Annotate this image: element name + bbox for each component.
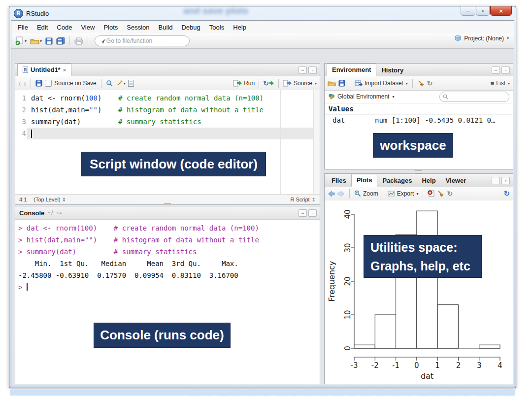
close-button[interactable]: ×	[490, 6, 512, 16]
code-line	[31, 128, 313, 139]
refresh-icon[interactable]: ↻	[447, 190, 453, 198]
save-icon[interactable]	[338, 80, 345, 87]
panel-minimize-button[interactable]: –	[492, 177, 500, 184]
minimize-button[interactable]: –	[461, 6, 475, 16]
search-icon[interactable]	[106, 80, 113, 87]
panel-maximize-button[interactable]: ▫	[308, 66, 317, 74]
open-in-window-icon[interactable]: ↪	[57, 209, 62, 217]
source-button[interactable]: Source	[283, 80, 312, 87]
menu-build[interactable]: Build	[154, 24, 177, 31]
annotation-utilities: Utilities space: Graphs, help, etc	[364, 235, 482, 278]
environment-toolbar: Import Dataset ▾ ↻ ≡ List ▾	[325, 76, 513, 91]
goto-file-input[interactable]	[105, 37, 185, 45]
dropdown-caret: ▾	[507, 36, 509, 40]
project-cube-icon	[454, 34, 462, 42]
open-folder-icon[interactable]	[328, 80, 336, 87]
svg-text:3: 3	[477, 361, 482, 370]
splitter-handle[interactable]	[415, 170, 422, 173]
menu-help[interactable]: Help	[229, 24, 251, 31]
splitter-handle[interactable]	[164, 203, 171, 206]
sync-icon[interactable]: ↻	[503, 189, 510, 198]
source-statusbar: 4:1 (Top Level) ⇕ R Script ⇕	[15, 194, 320, 204]
panel-maximize-button[interactable]: ▫	[501, 177, 510, 184]
menu-plots[interactable]: Plots	[99, 24, 122, 31]
menu-view[interactable]: View	[76, 24, 99, 31]
tab-help[interactable]: Help	[417, 175, 440, 187]
previous-plot-icon[interactable]	[328, 191, 335, 197]
plot-display-area: 010203040Frequency-3-2-101234dat	[325, 200, 513, 384]
tab-history[interactable]: History	[376, 65, 408, 76]
svg-text:0: 0	[414, 361, 419, 370]
environment-object-row[interactable]: datnum [1:100] -0.5435 0.0121 0…	[325, 114, 513, 126]
tab-environment[interactable]: Environment	[327, 64, 376, 76]
toolbar-separator	[31, 79, 31, 88]
console-line: >	[18, 281, 320, 293]
menu-debug[interactable]: Debug	[177, 24, 204, 31]
project-selector[interactable]: Project: (None) ▾	[454, 34, 509, 42]
back-icon[interactable]: ‹	[18, 79, 21, 88]
environment-search[interactable]	[439, 92, 509, 102]
import-dataset-button[interactable]: Import Dataset ▾	[355, 80, 408, 87]
menu-file[interactable]: File	[13, 24, 33, 31]
svg-text:0: 0	[343, 346, 352, 351]
tab-untitled1[interactable]: R Untitled1* ×	[17, 64, 71, 76]
tab-close-icon[interactable]: ×	[63, 67, 66, 73]
working-directory: ~/	[48, 209, 53, 216]
save-icon[interactable]	[35, 80, 42, 87]
run-button[interactable]: Run	[233, 80, 255, 87]
clear-plots-broom-icon[interactable]	[437, 190, 444, 197]
rerun-button[interactable]: ↻	[263, 79, 274, 87]
updown-icon: ⇕	[62, 197, 66, 202]
scope-selector[interactable]: (Top Level) ⇕	[33, 197, 66, 202]
goto-file-search[interactable]	[95, 35, 190, 46]
console-title: Console	[19, 209, 44, 217]
code-editor[interactable]: 1234 dat <- rnorm(100) # create random n…	[15, 90, 320, 195]
dropdown-caret[interactable]: ▾	[392, 95, 394, 99]
zoom-button[interactable]: Zoom	[354, 190, 378, 197]
export-button[interactable]: Export ▾	[388, 190, 419, 197]
save-all-button[interactable]	[55, 35, 66, 47]
dropdown-caret: ▾	[124, 81, 126, 86]
restore-button[interactable]: ▫	[476, 6, 490, 16]
save-icon	[45, 37, 53, 45]
editor-scrollbar[interactable]	[313, 90, 320, 195]
window-title: RStudio	[26, 10, 49, 17]
tab-plots[interactable]: Plots	[351, 174, 378, 187]
refresh-icon[interactable]: ↻	[427, 79, 433, 87]
print-button[interactable]	[73, 35, 84, 47]
menu-tools[interactable]: Tools	[205, 24, 229, 31]
dropdown-caret[interactable]: ▾	[315, 81, 317, 86]
clear-broom-icon[interactable]	[417, 80, 425, 87]
compile-notebook-icon[interactable]	[128, 80, 134, 87]
forward-icon[interactable]: ›	[24, 79, 27, 88]
new-file-button[interactable]: ▾	[14, 35, 28, 47]
doc-type-selector[interactable]: R Script ⇕	[290, 197, 316, 202]
code-tools-button[interactable]: ▾	[116, 80, 126, 87]
save-button[interactable]	[44, 35, 54, 47]
console-line: Min. 1st Qu. Median Mean 3rd Qu. Max.	[18, 258, 320, 269]
panel-minimize-button[interactable]: –	[492, 66, 500, 74]
r-document-icon: R	[23, 66, 28, 73]
tab-packages[interactable]: Packages	[377, 175, 417, 187]
import-dataset-icon	[355, 80, 363, 87]
panel-maximize-button[interactable]: ▫	[308, 209, 317, 217]
source-on-save-checkbox[interactable]	[45, 80, 52, 87]
menu-code[interactable]: Code	[52, 24, 76, 31]
tab-files[interactable]: Files	[327, 175, 351, 187]
list-view-selector[interactable]: ≡ List ▾	[491, 80, 510, 87]
panel-minimize-button[interactable]: –	[299, 66, 307, 74]
next-plot-icon[interactable]	[337, 191, 345, 197]
run-icon	[233, 80, 242, 87]
scope-label[interactable]: Global Environment	[337, 93, 389, 100]
panel-maximize-button[interactable]: ▫	[501, 66, 510, 74]
panel-minimize-button[interactable]: –	[299, 209, 307, 217]
remove-plot-icon[interactable]	[428, 190, 434, 197]
tab-viewer[interactable]: Viewer	[441, 175, 471, 187]
console-body[interactable]: > dat <- rnorm(100) # create random norm…	[15, 219, 320, 384]
screenshot-root: { "glyphs":{"caret":"▾","updown":"⇕","cl…	[0, 0, 532, 399]
rstudio-window: R RStudio – ▫ × FileEditCodeViewPlotsSes…	[9, 6, 516, 388]
open-file-button[interactable]: ▾	[29, 35, 43, 47]
menu-edit[interactable]: Edit	[33, 24, 52, 31]
annotation-console: Console (runs code)	[94, 323, 231, 348]
menu-session[interactable]: Session	[122, 24, 154, 31]
